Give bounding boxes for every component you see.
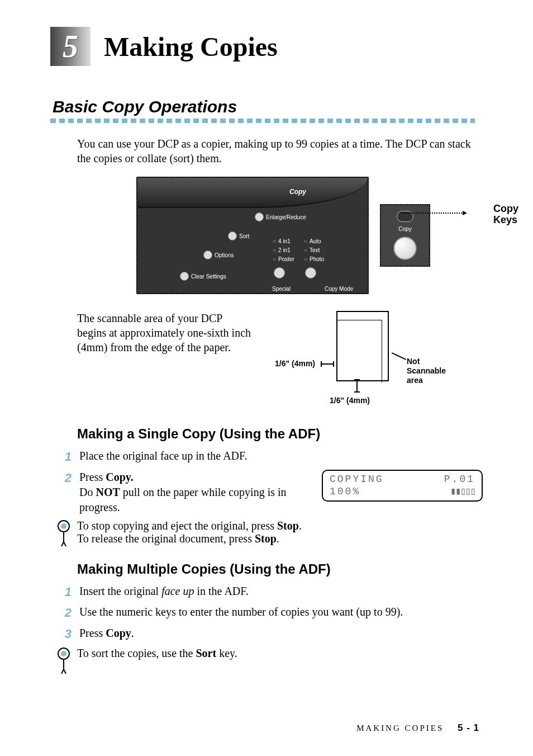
step-text: Press Copy. Do NOT pull on the paper whi… (79, 470, 314, 515)
copy-button-text: Copy (398, 226, 411, 232)
panel-copy-label: Copy (289, 188, 306, 196)
step-number: 1 (59, 448, 72, 465)
scannable-area-block: The scannable area of your DCP begins at… (77, 311, 483, 412)
copy-button-icon (393, 237, 417, 260)
multi-step-2: 2 Use the numeric keys to enter the numb… (59, 604, 483, 621)
chapter-number-badge: 5 (50, 27, 91, 66)
single-step-1: 1 Place the original face up in the ADF. (59, 448, 483, 465)
multi-step-3: 3 Press Copy. (59, 626, 483, 642)
section-rule (50, 119, 475, 123)
note-text: To stop copying and eject the original, … (77, 519, 302, 545)
scannable-area-text: The scannable area of your DCP begins at… (77, 311, 251, 355)
lcd-zoom: 100% (330, 485, 360, 498)
note-icon (56, 647, 72, 677)
running-head: MAKING COPIES (356, 724, 444, 733)
page-number: 5 - 1 (458, 722, 479, 733)
copy-keys-label: Copy Keys (493, 204, 518, 226)
step-text: Place the original face up in the ADF. (79, 448, 483, 465)
lcd-progress: ▮▮▯▯▯ (450, 485, 475, 498)
step-text: Use the numeric keys to enter the number… (79, 604, 483, 621)
copy-keys-diagram: Copy Enlarge/Reduce Sort Options Clear S… (84, 177, 483, 294)
lcd-status: COPYING (330, 473, 384, 486)
step-text: Press Copy. (79, 626, 483, 642)
lcd-page: P.01 (444, 473, 475, 486)
single-copy-heading: Making a Single Copy (Using the ADF) (77, 426, 483, 442)
scannable-area-diagram: 1/6" (4mm) 1/6" (4mm) Not Scannable area (268, 311, 460, 412)
multi-copy-heading: Making Multiple Copies (Using the ADF) (77, 561, 483, 577)
lcd-display: COPYINGP.01 100%▮▮▯▯▯ (322, 470, 483, 502)
note-text: To sort the copies, use the Sort key. (77, 647, 237, 660)
scan-dim-bottom: 1/6" (4mm) (330, 396, 370, 405)
multi-step-1: 1 Insert the original face up in the ADF… (59, 584, 483, 601)
step-number: 1 (59, 584, 72, 601)
step-number: 2 (59, 604, 72, 621)
chapter-title: Making Copies (104, 31, 278, 62)
step-text: Insert the original face up in the ADF. (79, 584, 483, 601)
intro-paragraph: You can use your DCP as a copier, making… (77, 136, 483, 166)
note-sort-copies: To sort the copies, use the Sort key. (56, 647, 483, 677)
control-panel-illustration: Copy Enlarge/Reduce Sort Options Clear S… (136, 177, 369, 294)
chapter-header: 5 Making Copies (50, 27, 483, 66)
svg-point-3 (61, 651, 66, 656)
page-footer: MAKING COPIES 5 - 1 (356, 722, 479, 734)
section-title: Basic Copy Operations (53, 97, 483, 116)
note-stop-copying: To stop copying and eject the original, … (56, 519, 483, 549)
scan-not-scannable-label: Not Scannable area (407, 357, 446, 385)
svg-point-1 (61, 523, 66, 529)
single-step-2: 2 Press Copy. Do NOT pull on the paper w… (59, 470, 483, 515)
step-number: 3 (59, 626, 72, 642)
step-number: 2 (59, 470, 72, 486)
scan-dim-left: 1/6" (4mm) (275, 359, 315, 368)
note-icon (56, 519, 72, 549)
